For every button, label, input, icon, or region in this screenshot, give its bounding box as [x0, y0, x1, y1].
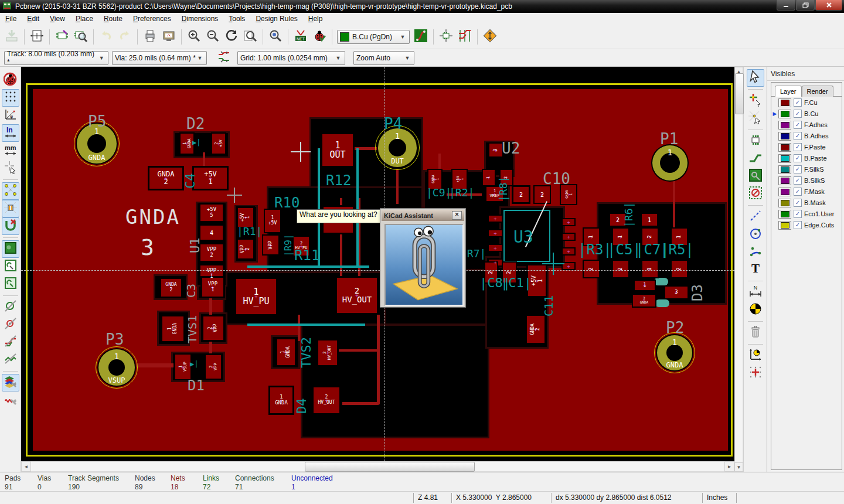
smd-pad[interactable]: 1OUT — [321, 132, 355, 168]
menu-edit[interactable]: Edit — [22, 13, 45, 24]
menu-place[interactable]: Place — [70, 13, 98, 24]
smd-pad[interactable]: VPP — [262, 234, 280, 256]
zones-outline-button[interactable] — [2, 275, 19, 293]
smd-pad[interactable]: 3 — [664, 285, 689, 299]
menu-file[interactable]: File — [0, 13, 22, 24]
drc-off-button[interactable] — [2, 71, 19, 89]
smd-pad[interactable]: VPP2 — [236, 238, 255, 260]
track-width-select[interactable]: Track: 8.00 mils (0.203 mm) *▼ — [4, 51, 108, 65]
track-mode-button[interactable] — [456, 28, 474, 46]
delete-button[interactable] — [747, 324, 764, 342]
smd-pad[interactable]: GNDA2 — [148, 166, 184, 190]
tab-render[interactable]: Render — [802, 86, 833, 97]
netlist-button[interactable]: NET — [292, 28, 309, 46]
add-track-button[interactable] — [747, 150, 764, 168]
via-size-select[interactable]: Via: 25.0 mils (0.64 mm) *▼ — [112, 51, 207, 65]
smd-pad[interactable]: 1GNDA — [161, 315, 185, 343]
layer-color-button[interactable] — [778, 176, 791, 185]
plot-button[interactable] — [160, 28, 178, 46]
undo-button[interactable] — [97, 28, 115, 46]
layer-color-button[interactable] — [778, 188, 791, 196]
layer-visibility-checkbox[interactable]: ✓ — [794, 143, 802, 151]
layer-color-button[interactable] — [778, 165, 791, 174]
high-contrast-button[interactable] — [2, 351, 19, 369]
assistant-close-button[interactable]: ✕ — [452, 211, 462, 220]
menu-dimensions[interactable]: Dimensions — [176, 13, 224, 24]
menu-route[interactable]: Route — [98, 13, 128, 24]
smd-pad[interactable]: 2HV_OUT — [312, 386, 341, 415]
ratsnest-module-button[interactable] — [2, 200, 19, 217]
smd-pad[interactable]: VPP2 — [199, 243, 224, 263]
layer-pair-button[interactable] — [412, 28, 430, 46]
smd-pad[interactable]: 2 — [671, 260, 688, 278]
through-hole-pad[interactable]: 1GNDA — [657, 335, 692, 370]
zones-unfilled-button[interactable] — [2, 258, 19, 275]
select-button[interactable] — [747, 69, 764, 87]
smd-pad[interactable]: 2HV_OUT — [316, 339, 339, 367]
smd-pad[interactable]: 2VPP — [202, 315, 225, 342]
scroll-left-icon[interactable]: ◄ — [21, 461, 31, 472]
add-text-button[interactable]: T — [747, 261, 764, 278]
smd-pad[interactable]: 1VSUP — [174, 353, 192, 380]
tracks-sketch-button[interactable] — [2, 333, 19, 351]
smd-pad[interactable]: 1 — [482, 169, 496, 186]
drc-button[interactable] — [311, 28, 328, 46]
menu-preferences[interactable]: Preferences — [128, 13, 176, 24]
add-arc-button[interactable] — [747, 243, 764, 261]
layer-visibility-checkbox[interactable]: ✓ — [794, 132, 802, 140]
add-target-button[interactable] — [747, 301, 764, 319]
layer-visibility-checkbox[interactable]: ✓ — [794, 188, 802, 196]
menu-view[interactable]: View — [45, 13, 70, 24]
add-line-button[interactable] — [747, 208, 764, 226]
smd-pad[interactable]: 2VPP — [204, 353, 223, 380]
units-inch-button[interactable]: In — [2, 124, 19, 142]
auto-delete-track-button[interactable] — [2, 217, 19, 235]
scroll-right-icon[interactable]: ► — [724, 461, 734, 472]
place-origin-button[interactable] — [747, 347, 764, 365]
smd-pad[interactable]: 1 — [634, 280, 656, 291]
layers-manager-button[interactable] — [2, 374, 19, 391]
module-editor-button[interactable] — [53, 28, 71, 46]
layer-color-button[interactable] — [778, 154, 791, 163]
layer-color-button[interactable] — [778, 143, 791, 152]
add-zone-button[interactable] — [747, 168, 764, 185]
layer-visibility-checkbox[interactable]: ✓ — [794, 154, 802, 162]
ratsnest-full-button[interactable] — [2, 182, 19, 200]
layer-color-button[interactable] — [778, 199, 791, 207]
smd-pad[interactable]: 2HV_OUT — [335, 276, 379, 315]
assistant-window[interactable]: KiCad Assistant ✕ — [380, 208, 466, 308]
tab-layer[interactable]: Layer — [775, 86, 802, 97]
layer-visibility-checkbox[interactable]: ✓ — [794, 221, 802, 229]
smd-pad[interactable] — [561, 233, 576, 241]
pads-sketch-button[interactable] — [2, 298, 19, 316]
smd-pad[interactable] — [561, 218, 576, 226]
vias-sketch-button[interactable] — [2, 316, 19, 333]
smd-pad[interactable] — [488, 214, 503, 223]
print-button[interactable] — [141, 28, 159, 46]
vertical-scrollbar[interactable]: ▲▼ — [734, 67, 743, 472]
title-bar[interactable]: Pcbnew (2015-03-31 BZR 5562)-product C:\… — [0, 0, 844, 13]
smd-pad[interactable]: 2 — [512, 185, 530, 204]
menu-design-rules[interactable]: Design Rules — [250, 13, 302, 24]
redo-button[interactable] — [116, 28, 134, 46]
layer-selector[interactable]: B.Cu (PgDn)▼ — [337, 30, 410, 44]
cursor-shape-button[interactable] — [2, 159, 19, 177]
add-dimension-button[interactable]: N — [747, 284, 764, 301]
v-scroll-thumb[interactable] — [735, 73, 744, 114]
smd-pad[interactable]: 2 — [533, 185, 551, 204]
restore-button[interactable] — [796, 0, 815, 11]
smd-pad[interactable]: 1+5V — [264, 209, 281, 233]
smd-pad[interactable]: 2+5V — [211, 132, 226, 155]
smd-pad[interactable]: GNDA2 — [525, 314, 546, 345]
minimize-button[interactable] — [777, 0, 795, 11]
smd-pad[interactable]: 1GNDA — [268, 386, 294, 415]
layer-color-button[interactable] — [778, 132, 791, 141]
find-button[interactable] — [267, 28, 284, 46]
scroll-down-icon[interactable]: ▼ — [734, 462, 743, 472]
smd-pad[interactable]: 2GNDA — [632, 294, 656, 308]
close-button[interactable] — [815, 0, 842, 11]
layer-visibility-checkbox[interactable]: ✓ — [794, 165, 802, 173]
grid-select[interactable]: Grid: 1.00 mils (0.0254 mm)▼ — [237, 51, 345, 65]
grid-visibility-button[interactable] — [2, 89, 19, 107]
polar-coords-button[interactable]: rφ — [2, 107, 19, 124]
